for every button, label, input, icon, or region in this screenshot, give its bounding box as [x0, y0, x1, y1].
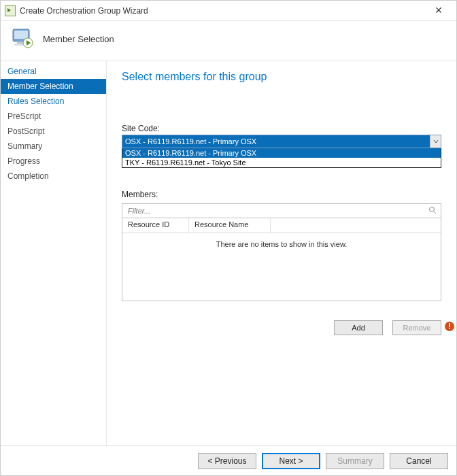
- svg-rect-10: [449, 328, 450, 329]
- svg-rect-9: [449, 323, 450, 327]
- site-code-option-osx[interactable]: OSX - R6119.R6119.net - Primary OSX: [122, 148, 441, 158]
- cancel-button[interactable]: Cancel: [390, 453, 448, 469]
- wizard-window: Create Orchestration Group Wizard × Memb…: [0, 0, 457, 476]
- members-filter-row: [122, 203, 441, 218]
- sidebar-item-member-selection[interactable]: Member Selection: [1, 79, 106, 94]
- summary-button[interactable]: Summary: [326, 453, 384, 469]
- svg-line-7: [434, 211, 436, 214]
- members-label: Members:: [122, 190, 441, 199]
- previous-button[interactable]: < Previous: [198, 453, 256, 469]
- grid-header: Resource ID Resource Name: [122, 218, 441, 233]
- app-icon: [5, 5, 16, 16]
- next-button[interactable]: Next >: [262, 453, 320, 469]
- close-icon[interactable]: ×: [425, 3, 452, 18]
- computer-icon: [10, 27, 35, 51]
- site-code-option-tky[interactable]: TKY - R6119.R6119.net - Tokyo Site: [122, 158, 441, 167]
- site-code-combobox[interactable]: OSX - R6119.R6119.net - Primary OSX OSX …: [122, 135, 441, 168]
- svg-point-6: [430, 207, 435, 212]
- page-title: Select members for this group: [122, 71, 441, 83]
- warning-icon: [444, 321, 455, 332]
- chevron-down-icon[interactable]: [430, 135, 441, 148]
- wizard-steps-sidebar: General Member Selection Rules Selection…: [1, 61, 107, 445]
- search-icon[interactable]: [428, 205, 437, 217]
- site-code-dropdown: OSX - R6119.R6119.net - Primary OSX TKY …: [122, 148, 441, 168]
- sidebar-item-general[interactable]: General: [1, 64, 106, 79]
- window-title: Create Orchestration Group Wizard: [20, 6, 425, 16]
- main-panel: Select members for this group Site Code:…: [107, 61, 456, 445]
- sidebar-item-rules-selection[interactable]: Rules Selection: [1, 94, 106, 109]
- members-buttons: Add Remove: [122, 320, 441, 335]
- svg-rect-1: [14, 31, 28, 39]
- sidebar-item-postscript[interactable]: PostScript: [1, 124, 106, 139]
- sidebar-item-prescript[interactable]: PreScript: [1, 109, 106, 124]
- members-grid: Resource ID Resource Name There are no i…: [122, 218, 441, 301]
- sidebar-item-summary[interactable]: Summary: [1, 139, 106, 154]
- col-resource-name[interactable]: Resource Name: [189, 218, 271, 233]
- sidebar-item-progress[interactable]: Progress: [1, 154, 106, 169]
- titlebar: Create Orchestration Group Wizard ×: [1, 1, 456, 21]
- remove-button[interactable]: Remove: [392, 320, 441, 335]
- site-code-label: Site Code:: [122, 124, 441, 133]
- site-code-value: OSX - R6119.R6119.net - Primary OSX: [122, 135, 441, 148]
- wizard-header: Member Selection: [1, 21, 456, 61]
- wizard-footer: < Previous Next > Summary Cancel: [1, 445, 456, 475]
- grid-empty-text: There are no items to show in this view.: [122, 233, 441, 248]
- members-filter-input[interactable]: [126, 206, 428, 216]
- add-button[interactable]: Add: [334, 320, 383, 335]
- step-heading: Member Selection: [43, 34, 114, 44]
- col-resource-id[interactable]: Resource ID: [122, 218, 189, 233]
- sidebar-item-completion[interactable]: Completion: [1, 169, 106, 184]
